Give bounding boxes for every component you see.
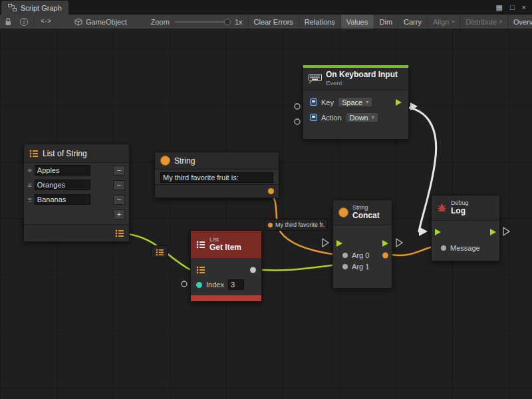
node-title: On Keyboard Input xyxy=(326,70,398,80)
list-icon xyxy=(156,249,164,256)
node-subtitle: Event xyxy=(326,80,398,87)
port-keyboard-key-external[interactable] xyxy=(295,104,300,109)
arg1-input-port[interactable] xyxy=(342,264,348,269)
add-item-button[interactable]: + xyxy=(113,209,125,219)
index-label: Index xyxy=(206,281,224,289)
maximize-icon[interactable]: □ xyxy=(510,3,515,11)
list-item-row: ≡ − xyxy=(24,163,129,178)
node-string-header[interactable]: String xyxy=(155,152,279,170)
zoom-slider[interactable] xyxy=(175,21,229,23)
node-on-keyboard-input[interactable]: On Keyboard Input Event Key Space ▾ Acti… xyxy=(303,65,409,140)
node-log[interactable]: Debug Log Message xyxy=(431,195,500,261)
tab-title: Script Graph xyxy=(21,4,62,12)
gameobject-selector[interactable]: GameObject xyxy=(70,18,131,26)
info-icon[interactable]: i xyxy=(16,15,32,29)
log-flow-out-port[interactable] xyxy=(490,229,496,235)
script-graph-icon xyxy=(8,4,17,11)
chevron-down-icon: ▾ xyxy=(452,19,454,25)
index-input-port[interactable] xyxy=(196,282,202,288)
code-view-icon[interactable]: <·> xyxy=(37,15,55,29)
list-input-port[interactable] xyxy=(196,266,205,274)
tab-script-graph[interactable]: Script Graph xyxy=(1,1,68,15)
relation-arrow-log-out xyxy=(503,227,509,235)
remove-item-button-0[interactable]: − xyxy=(113,166,125,176)
port-getitem-index-external[interactable] xyxy=(182,281,187,287)
concat-flow-in-port[interactable] xyxy=(336,240,342,247)
node-get-item[interactable]: List Get Item Index xyxy=(190,230,262,302)
keycap-icon xyxy=(310,114,317,121)
distribute-button: Distribute▾ xyxy=(460,15,507,29)
log-flow-in-port[interactable] xyxy=(435,229,441,235)
remove-item-button-1[interactable]: − xyxy=(113,180,125,190)
window-controls: ▦ □ × xyxy=(490,0,532,15)
wire-badge-list-type xyxy=(151,245,168,259)
node-output-footer xyxy=(24,224,129,241)
string-value-input[interactable] xyxy=(160,172,273,183)
string-type-icon xyxy=(338,207,348,217)
panel-grid-icon[interactable]: ▦ xyxy=(496,3,503,12)
relation-arrow-concat-out xyxy=(396,239,402,247)
port-keyboard-action-external[interactable] xyxy=(295,119,300,124)
node-output-footer xyxy=(155,184,279,198)
keycap-icon xyxy=(310,98,317,106)
node-list-of-string-header[interactable]: List of String xyxy=(24,144,129,163)
action-dropdown[interactable]: Down ▾ xyxy=(346,112,378,122)
message-row: Message xyxy=(432,242,499,254)
clear-errors-button[interactable]: Clear Errors xyxy=(248,15,299,29)
node-title: List of String xyxy=(43,149,87,158)
values-button[interactable]: Values xyxy=(340,15,374,29)
arg0-label: Arg 0 xyxy=(352,251,369,259)
list-item-input-0[interactable] xyxy=(35,165,90,176)
action-row: Action Down ▾ xyxy=(303,110,408,125)
list-item-row: ≡ − xyxy=(24,192,129,207)
overview-button[interactable]: Overv xyxy=(507,15,532,29)
list-output-port[interactable] xyxy=(115,229,124,237)
message-input-port[interactable] xyxy=(441,245,446,251)
concat-flow-out-port[interactable] xyxy=(382,240,388,247)
node-keyboard-header[interactable]: On Keyboard Input Event xyxy=(303,68,408,90)
result-output-port[interactable] xyxy=(382,252,388,258)
tab-bar: Script Graph ▦ □ × xyxy=(0,0,532,15)
keyboard-trigger-port[interactable] xyxy=(396,99,402,106)
graph-canvas[interactable]: List of String ≡ − ≡ − ≡ − + xyxy=(0,29,532,399)
list-icon xyxy=(196,241,205,249)
wire-value-preview: My third favorite fr... xyxy=(265,219,328,231)
key-dropdown[interactable]: Space ▾ xyxy=(338,97,372,107)
relations-button[interactable]: Relations xyxy=(299,15,340,29)
node-title: Log xyxy=(451,207,469,216)
wire-getitem-to-concat[interactable] xyxy=(254,265,332,270)
lock-icon[interactable] xyxy=(0,15,16,29)
action-label: Action xyxy=(321,114,342,122)
arg1-row: Arg 1 xyxy=(333,261,392,272)
string-value-row xyxy=(155,170,279,186)
node-string-literal[interactable]: String xyxy=(154,152,279,198)
list-icon xyxy=(29,150,39,158)
node-concat[interactable]: String Concat Arg 0 Arg 1 xyxy=(332,200,392,289)
flow-row xyxy=(333,237,392,249)
carry-button[interactable]: Carry xyxy=(398,15,427,29)
key-row: Key Space ▾ xyxy=(303,94,408,110)
dim-button[interactable]: Dim xyxy=(374,15,398,29)
element-icon: ≡ xyxy=(28,196,32,203)
list-item-input-1[interactable] xyxy=(35,180,90,190)
remove-item-button-2[interactable]: − xyxy=(113,195,125,205)
node-title: String xyxy=(174,156,195,166)
arg1-label: Arg 1 xyxy=(352,263,369,271)
zoom-slider-knob[interactable] xyxy=(224,19,231,25)
node-list-of-string[interactable]: List of String ≡ − ≡ − ≡ − + xyxy=(23,144,130,242)
node-get-item-header[interactable]: List Get Item xyxy=(191,231,261,259)
item-output-port[interactable] xyxy=(250,267,256,273)
list-item-input-2[interactable] xyxy=(35,194,90,205)
node-log-header[interactable]: Debug Log xyxy=(432,196,499,221)
index-input[interactable] xyxy=(228,279,244,290)
close-icon[interactable]: × xyxy=(522,3,526,11)
list-item-row: ≡ − xyxy=(24,178,129,192)
align-button: Align▾ xyxy=(427,15,460,29)
element-icon: ≡ xyxy=(28,167,32,174)
keyboard-icon xyxy=(309,74,322,84)
node-concat-header[interactable]: String Concat xyxy=(333,200,392,225)
wire-concat-to-log[interactable] xyxy=(388,247,430,255)
element-icon: ≡ xyxy=(28,182,32,189)
arg0-input-port[interactable] xyxy=(342,253,348,258)
string-output-port[interactable] xyxy=(268,188,274,194)
